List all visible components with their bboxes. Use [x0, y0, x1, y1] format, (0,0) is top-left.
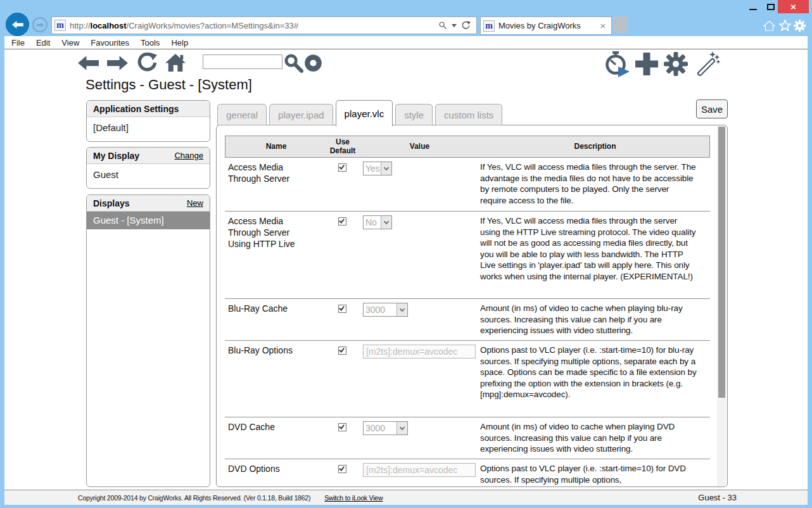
new-tab-button[interactable] — [613, 16, 628, 33]
menu-item-view[interactable]: View — [61, 38, 79, 48]
address-bar[interactable]: m http://localhost/CraigWorks/movies?act… — [51, 16, 477, 34]
menu-item-tools[interactable]: Tools — [141, 38, 160, 48]
select-arrow-icon — [381, 216, 391, 229]
page-go-button[interactable] — [304, 54, 322, 72]
browser-home-button[interactable] — [762, 18, 776, 32]
browser-tools-button[interactable] — [792, 18, 806, 32]
settings-row: DVD Cache 3000 Amount (in ms) of video t… — [225, 417, 710, 459]
check-icon — [339, 423, 345, 429]
check-icon — [339, 305, 345, 310]
value-input[interactable]: [m2ts]:demux=avcodec — [363, 463, 476, 477]
page-home-button[interactable] — [164, 53, 187, 73]
menu-item-file[interactable]: File — [11, 38, 25, 48]
page-back-button[interactable] — [77, 54, 100, 72]
setting-description: If Yes, VLC will access media files thro… — [480, 215, 697, 295]
value-select[interactable]: 3000 — [363, 421, 408, 435]
setting-description: If Yes, VLC will access media files thro… — [480, 162, 697, 208]
change-display-link[interactable]: Change — [174, 151, 203, 160]
address-refresh-icon[interactable] — [461, 21, 471, 30]
address-url: http://localhost/CraigWorks/movies?actio… — [70, 21, 433, 30]
user-session-label: Guest - 33 — [698, 493, 737, 502]
save-button[interactable]: Save — [696, 99, 728, 118]
table-header: Name Use Default Value Description — [225, 136, 710, 158]
search-dropdown-caret-icon[interactable] — [452, 24, 457, 27]
settings-row: Access Media Through Server Yes If Yes, … — [225, 158, 710, 212]
menu-item-help[interactable]: Help — [171, 38, 188, 48]
scheduler-button[interactable] — [602, 51, 630, 79]
menu-bar: FileEditViewFavouritesToolsHelp — [4, 36, 808, 49]
browser-back-button[interactable] — [6, 13, 29, 36]
browser-window: × m http://localhost/CraigWorks/movies?a… — [0, 0, 812, 508]
tab-general[interactable]: general — [217, 104, 267, 125]
display-list-item-selected[interactable]: Guest - [System] — [87, 212, 210, 229]
tab-favicon: m — [483, 20, 495, 32]
forward-arrow-icon — [106, 54, 129, 72]
maximize-button[interactable] — [764, 0, 778, 13]
back-arrow-icon — [77, 54, 100, 72]
setting-description: Options past to VLC player (i.e. :start-… — [480, 463, 697, 485]
tab-player.ipad[interactable]: player.ipad — [269, 104, 333, 125]
home-icon — [164, 53, 187, 73]
setting-name: Access Media Through Server — [225, 162, 301, 208]
use-default-checkbox[interactable] — [338, 163, 346, 172]
page-search-button[interactable] — [284, 53, 303, 73]
setting-name: Blu-Ray Options — [225, 345, 301, 414]
site-favicon: m — [54, 20, 66, 31]
value-select[interactable]: Yes — [363, 162, 392, 175]
displays-box: DisplaysNew Guest - [System] — [86, 194, 210, 487]
scrollbar-thumb[interactable] — [718, 127, 725, 398]
menu-item-favourites[interactable]: Favourites — [91, 38, 129, 48]
browser-favorites-button[interactable] — [778, 18, 792, 32]
forward-arrow-icon — [36, 22, 44, 29]
value-select[interactable]: No — [363, 215, 392, 229]
stopwatch-icon — [602, 51, 630, 79]
column-header-value: Value — [358, 143, 481, 151]
circle-icon — [304, 54, 322, 72]
my-display-box: My DisplayChange Guest — [86, 147, 210, 189]
tab-close-icon[interactable]: × — [594, 20, 611, 31]
close-button[interactable]: × — [778, 0, 809, 13]
use-default-checkbox[interactable] — [338, 465, 346, 473]
my-display-title: My Display — [93, 151, 139, 161]
value-input[interactable]: [m2ts]:demux=avcodec — [363, 345, 476, 359]
application-settings-title: Application Settings — [93, 104, 179, 114]
value-select[interactable]: 3000 — [363, 303, 408, 317]
value-select-text: No — [364, 217, 381, 227]
settings-row: Blu-Ray Options [m2ts]:demux=avcodec Opt… — [225, 341, 710, 417]
page-search-input[interactable] — [203, 54, 282, 69]
menu-item-edit[interactable]: Edit — [36, 38, 50, 48]
use-default-checkbox[interactable] — [338, 423, 346, 431]
back-arrow-icon — [11, 20, 24, 30]
star-icon — [779, 20, 791, 31]
select-arrow-icon — [381, 162, 391, 175]
browser-forward-button[interactable] — [32, 17, 48, 32]
minimize-button[interactable] — [746, 0, 760, 13]
page-refresh-button[interactable] — [136, 53, 157, 74]
page-forward-button[interactable] — [106, 54, 129, 72]
value-select-text: 3000 — [364, 305, 396, 315]
browser-tab[interactable]: m Movies by CraigWorks × — [480, 16, 612, 35]
wizard-button[interactable] — [694, 51, 720, 77]
check-icon — [339, 346, 345, 352]
tab-custom-lists[interactable]: custom lists — [435, 104, 502, 125]
setting-name: Blu-Ray Cache — [225, 303, 301, 337]
panel-scrollbar[interactable] — [717, 126, 726, 486]
new-display-link[interactable]: New — [187, 198, 203, 208]
minimize-icon — [749, 9, 757, 10]
address-search-icon[interactable] — [438, 21, 447, 30]
use-default-checkbox[interactable] — [338, 346, 346, 355]
use-default-checkbox[interactable] — [338, 217, 346, 225]
tab-player.vlc[interactable]: player.vlc — [336, 100, 393, 126]
setting-name: DVD Options — [225, 463, 301, 485]
application-settings-value[interactable]: [Default] — [87, 117, 210, 138]
tab-title: Movies by CraigWorks — [498, 21, 594, 30]
displays-title: Displays — [93, 198, 130, 208]
add-button[interactable] — [634, 51, 659, 77]
tab-style[interactable]: style — [395, 104, 433, 125]
column-header-description: Description — [481, 143, 709, 151]
maximize-icon — [767, 4, 775, 10]
gear-icon — [663, 51, 688, 77]
settings-button[interactable] — [663, 51, 688, 77]
use-default-checkbox[interactable] — [338, 305, 346, 313]
switch-view-link[interactable]: Switch to iLook View — [324, 494, 383, 502]
